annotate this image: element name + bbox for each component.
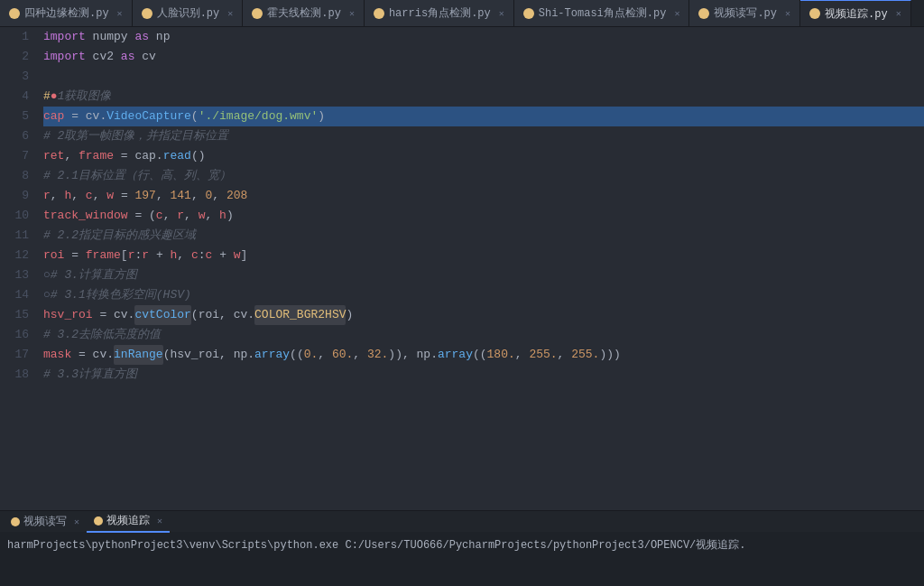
tab-label: 四种边缘检测.py: [24, 5, 109, 21]
line-number: 9: [0, 186, 29, 206]
code-line-4: #●1获取图像: [43, 87, 924, 107]
line-number: 12: [0, 246, 29, 265]
code-line-10: track_window = (c, r, w, h): [43, 206, 924, 226]
terminal-tab-label: 视频读写: [23, 514, 67, 529]
tab-label: 人脸识别.py: [157, 5, 220, 21]
keyword: as: [121, 47, 135, 67]
tab-icon: [523, 8, 534, 19]
comment: # 3.3计算直方图: [43, 365, 137, 385]
tab-close-icon[interactable]: ✕: [227, 8, 233, 19]
line-number: 8: [0, 166, 29, 186]
comment: # 2.1目标位置（行、高、列、宽）: [43, 166, 231, 186]
line-numbers: 1 2 3 4 5 6 7 8 9 10 11 12 13 14 15 16 1…: [0, 27, 36, 510]
terminal-tab-close-icon[interactable]: ✕: [157, 516, 162, 526]
terminal[interactable]: harmProjects\pythonProject3\venv\Scripts…: [0, 532, 924, 586]
terminal-tab-icon: [94, 516, 103, 526]
tab-icon: [809, 8, 820, 19]
code-line-12: roi = frame[r:r + h, c:c + w]: [43, 246, 924, 265]
line-number: 1: [0, 27, 29, 47]
tab-视频追踪[interactable]: 视频追踪.py ✕: [800, 0, 911, 26]
line-number: 4: [0, 87, 29, 107]
tab-close-icon[interactable]: ✕: [349, 8, 355, 19]
tab-视频读写[interactable]: 视频读写.py ✕: [689, 0, 800, 26]
code-line-14: ○# 3.1转换色彩空间(HSV): [43, 285, 924, 305]
terminal-tab-视频读写[interactable]: 视频读写 ✕: [4, 511, 87, 533]
code-line-16: # 3.2去除低亮度的值: [43, 325, 924, 345]
line-number: 5: [0, 107, 29, 126]
code-line-13: ○# 3.计算直方图: [43, 265, 924, 285]
tab-shi-tomasi[interactable]: Shi-Tomasi角点检测.py ✕: [514, 0, 690, 26]
code-line-8: # 2.1目标位置（行、高、列、宽）: [43, 166, 924, 186]
tab-人脸识别[interactable]: 人脸识别.py ✕: [133, 0, 244, 26]
tab-close-icon[interactable]: ✕: [896, 8, 901, 19]
terminal-tab-icon: [11, 517, 20, 526]
tab-四种边缘检测[interactable]: 四种边缘检测.py ✕: [0, 0, 133, 26]
code-line-18: # 3.3计算直方图: [43, 365, 924, 385]
code-line-6: # 2取第一帧图像，并指定目标位置: [43, 126, 924, 146]
tab-icon: [9, 8, 20, 19]
line-number: 2: [0, 47, 29, 67]
tab-close-icon[interactable]: ✕: [785, 8, 790, 19]
variable: cap: [43, 107, 64, 126]
code-content[interactable]: import numpy as np import cv2 as cv #●1获…: [36, 27, 924, 510]
terminal-output-line: harmProjects\pythonProject3\venv\Scripts…: [7, 535, 917, 555]
code-line-1: import numpy as np: [43, 27, 924, 47]
tab-icon: [142, 8, 152, 19]
tab-harris角点检测[interactable]: harris角点检测.py ✕: [365, 0, 514, 26]
line-number: 18: [0, 365, 29, 385]
line-number: 14: [0, 285, 29, 305]
code-line-15: hsv_roi = cv.cvtColor(roi, cv.COLOR_BGR2…: [43, 305, 924, 325]
terminal-tab-视频追踪[interactable]: 视频追踪 ✕: [87, 511, 170, 533]
code-line-17: mask = cv.inRange(hsv_roi, np.array((0.,…: [43, 345, 924, 365]
comment: # 3.计算直方图: [51, 265, 137, 285]
line-number: 16: [0, 325, 29, 345]
tab-label: harris角点检测.py: [389, 5, 491, 21]
string: './image/dog.wmv': [199, 107, 319, 126]
code-line-9: r, h, c, w = 197, 141, 0, 208: [43, 186, 924, 206]
code-line-7: ret, frame = cap.read(): [43, 146, 924, 166]
tab-霍夫线检测[interactable]: 霍夫线检测.py ✕: [243, 0, 365, 26]
terminal-tab-close-icon[interactable]: ✕: [74, 516, 79, 527]
tab-close-icon[interactable]: ✕: [117, 8, 123, 19]
terminal-tab-bar: 视频读写 ✕ 视频追踪 ✕: [0, 510, 924, 532]
tab-label: 视频追踪.py: [825, 6, 888, 22]
terminal-tab-label: 视频追踪: [106, 513, 150, 528]
keyword: as: [134, 27, 149, 47]
tab-icon: [374, 8, 384, 19]
tab-label: 视频读写.py: [714, 5, 777, 21]
line-number: 3: [0, 67, 29, 87]
tab-bar: 四种边缘检测.py ✕ 人脸识别.py ✕ 霍夫线检测.py ✕ harris角…: [0, 0, 924, 27]
line-number: 6: [0, 126, 29, 146]
line-number: 17: [0, 345, 29, 365]
line-number: 11: [0, 226, 29, 246]
code-line-2: import cv2 as cv: [43, 47, 924, 67]
keyword: import: [43, 27, 86, 47]
line-number: 15: [0, 305, 29, 325]
terminal-text: harmProjects\pythonProject3\venv\Scripts…: [7, 535, 746, 555]
code-line-3: [43, 67, 924, 87]
function: VideoCapture: [106, 107, 191, 126]
line-number: 10: [0, 206, 29, 226]
comment: # 2.2指定目标的感兴趣区域: [43, 226, 196, 246]
comment: # 3.2去除低亮度的值: [43, 325, 161, 345]
comment: # 3.1转换色彩空间(HSV): [51, 285, 191, 305]
tab-icon: [252, 8, 263, 19]
code-line-11: # 2.2指定目标的感兴趣区域: [43, 226, 924, 246]
tab-label: 霍夫线检测.py: [267, 5, 341, 21]
code-line-5: cap = cv.VideoCapture('./image/dog.wmv'): [43, 107, 924, 126]
code-area: 1 2 3 4 5 6 7 8 9 10 11 12 13 14 15 16 1…: [0, 27, 924, 510]
tab-icon: [698, 8, 709, 19]
line-number: 13: [0, 265, 29, 285]
tab-label: Shi-Tomasi角点检测.py: [539, 5, 667, 21]
keyword: import: [43, 47, 86, 67]
tab-close-icon[interactable]: ✕: [499, 8, 504, 19]
editor: 1 2 3 4 5 6 7 8 9 10 11 12 13 14 15 16 1…: [0, 27, 924, 510]
comment: # 2取第一帧图像，并指定目标位置: [43, 126, 228, 146]
tab-close-icon[interactable]: ✕: [674, 8, 679, 19]
line-number: 7: [0, 146, 29, 166]
